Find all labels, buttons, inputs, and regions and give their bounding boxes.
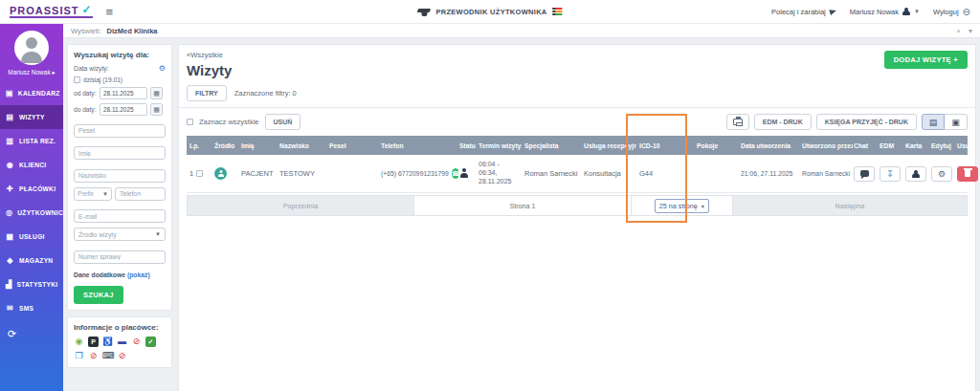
- pagination-prev-button[interactable]: Poprzednia: [188, 196, 413, 215]
- phone-input[interactable]: [115, 187, 166, 201]
- sidebar-item-statystyki[interactable]: ▟STATYSTYKI: [0, 272, 63, 296]
- user-guide-label: PRZEWODNIK UŻYTKOWNIKA: [435, 8, 546, 16]
- hamburger-menu-icon[interactable]: ≡: [106, 5, 114, 19]
- history-icon[interactable]: ⟳: [0, 320, 63, 348]
- clients-icon: ◉: [6, 161, 14, 169]
- sidebar-item-lista-rez[interactable]: ▥LISTA REZ.: [0, 129, 63, 153]
- from-date-calendar-icon[interactable]: ▦: [150, 87, 163, 99]
- chevron-down-icon: ▼: [914, 9, 920, 14]
- col-header-karta: Karta: [904, 141, 930, 151]
- user-menu[interactable]: Mariusz Nowak ▼: [850, 8, 920, 16]
- patient-card-icon: [912, 170, 920, 178]
- delete-row-button[interactable]: [957, 166, 978, 182]
- services-icon: ▦: [6, 232, 14, 241]
- logout-button[interactable]: Wyloguj ⊖: [933, 7, 970, 17]
- cell-data-utworzenia: 21:06, 27.11.2025: [738, 168, 799, 179]
- facility-info-title: Informacje o placówce:: [74, 323, 166, 332]
- today-checkbox-row[interactable]: dzisiaj (19.01): [74, 76, 166, 83]
- col-header-status: Status: [458, 141, 476, 151]
- prohibited-icon: ⊘: [131, 337, 142, 347]
- parking-icon: P: [88, 337, 99, 347]
- select-all-checkbox[interactable]: [187, 119, 193, 125]
- admission-book-print-button[interactable]: KSIĘGA PRZYJĘĆ - DRUK: [816, 114, 917, 130]
- location-pin-icon: ◉: [74, 337, 84, 347]
- pagination-next-button[interactable]: Następna: [733, 196, 967, 215]
- col-header-data-utworzenia: Data utworzenia: [738, 141, 799, 151]
- cell-specjalista: Roman Sarnecki: [522, 167, 581, 180]
- filters-button[interactable]: FILTRY: [187, 85, 227, 101]
- main-panel: DODAJ WIZYTĘ + «Wszystkie Wizyty FILTRY …: [178, 44, 976, 391]
- referral-link[interactable]: Polecaj i zarabiaj: [771, 8, 836, 16]
- sidebar-user-name[interactable]: Mariusz Nowak ▸: [8, 69, 56, 76]
- from-date-input[interactable]: [100, 87, 147, 99]
- facility-select-value[interactable]: DizMed Klinika: [107, 27, 158, 35]
- col-header-pokoje: Pokoje: [694, 141, 738, 151]
- prohibited-icon: ⊘: [117, 351, 127, 361]
- computer-icon: ⌨: [102, 351, 113, 361]
- statistics-icon: ▟: [6, 280, 11, 289]
- user-guide[interactable]: PRZEWODNIK UŻYTKOWNIKA: [417, 7, 562, 16]
- col-header-lp: Lp.: [187, 141, 212, 151]
- chevron-down-icon: ▾: [702, 203, 704, 209]
- sidebar-item-magazyn[interactable]: ◆MAGAZYN: [0, 249, 63, 272]
- top-bar: PROASSIST✓ ≡ PRZEWODNIK UŻYTKOWNIKA Pole…: [0, 0, 980, 24]
- download-icon: ↧: [886, 169, 894, 179]
- to-date-input[interactable]: [100, 103, 147, 116]
- col-header-telefon: Telefon: [378, 141, 458, 151]
- last-name-input[interactable]: [74, 169, 166, 183]
- today-checkbox[interactable]: [74, 76, 80, 83]
- facilities-icon: ✚: [6, 185, 14, 193]
- to-date-calendar-icon[interactable]: ▦: [150, 103, 163, 116]
- sidebar-item-kalendarz[interactable]: ▣KALENDARZ: [0, 81, 63, 105]
- search-button[interactable]: SZUKAJ: [74, 286, 123, 304]
- sidebar-item-uzytkownicy[interactable]: ◎UŻYTKOWNICY: [0, 201, 63, 225]
- proassist-logo: PROASSIST✓: [10, 5, 93, 18]
- view-bar: Wyświetl: DizMed Klinika × ▾: [63, 24, 980, 38]
- search-panel-title: Wyszukaj wizytę dla:: [74, 51, 166, 59]
- clear-facility-icon[interactable]: ×: [956, 27, 961, 35]
- whatsapp-icon[interactable]: ☎: [452, 168, 458, 179]
- patient-card-button[interactable]: [905, 166, 926, 182]
- row-checkbox[interactable]: [196, 170, 203, 177]
- sidebar-item-wizyty[interactable]: ▤WIZYTY: [0, 105, 63, 129]
- cell-usluga: Konsultacja: [581, 167, 636, 180]
- chat-button[interactable]: [854, 166, 875, 182]
- sidebar-item-klienci[interactable]: ◉KLIENCI: [0, 153, 63, 177]
- search-panel: Wyszukaj wizytę dla: Data wizyty: ⚙ dzis…: [67, 44, 172, 391]
- list-view-toggle[interactable]: ▤: [922, 114, 945, 130]
- edm-print-button[interactable]: EDM - DRUK: [754, 114, 812, 130]
- facility-dropdown-icon[interactable]: ▾: [969, 27, 972, 35]
- per-page-select[interactable]: 25 na stronę ▾: [655, 199, 709, 213]
- pesel-input[interactable]: [74, 124, 166, 138]
- sidebar-item-placowki[interactable]: ✚PŁACÓWKI: [0, 177, 63, 201]
- add-visit-button[interactable]: DODAJ WIZYTĘ +: [884, 51, 968, 69]
- visit-source-select[interactable]: Źródło wizyty▼: [74, 228, 166, 241]
- graduation-cap-icon: [417, 8, 430, 16]
- phone-prefix-select[interactable]: Prefix▼: [74, 187, 112, 201]
- first-name-input[interactable]: [74, 146, 166, 160]
- back-to-all-link[interactable]: «Wszystkie: [187, 51, 968, 59]
- cell-icd10: G44: [636, 167, 694, 180]
- col-header-specjalista: Specjalista: [522, 141, 581, 151]
- pagination: Poprzednia Strona 1 25 na stronę ▾ Nastę…: [187, 195, 968, 216]
- avatar[interactable]: [14, 31, 49, 65]
- edit-button[interactable]: ⚙: [931, 166, 952, 182]
- sidebar-item-sms[interactable]: ✉SMS: [0, 296, 63, 320]
- delete-selected-button[interactable]: USUŃ: [265, 114, 301, 130]
- edm-button[interactable]: ↧: [880, 166, 901, 182]
- reservation-list-icon: ▥: [6, 137, 14, 145]
- email-input[interactable]: [74, 209, 166, 223]
- col-header-pesel: Pesel: [326, 141, 378, 151]
- status-patient-icon[interactable]: [459, 168, 469, 178]
- extra-data-label: Dane dodatkowe: [74, 272, 125, 278]
- case-number-input[interactable]: [74, 250, 166, 264]
- extra-data-show-link[interactable]: (pokaż): [127, 272, 150, 278]
- calendar-view-toggle[interactable]: ▣: [945, 114, 968, 130]
- sidebar: Mariusz Nowak ▸ ▣KALENDARZ ▤WIZYTY ▥LIST…: [0, 24, 63, 391]
- visits-table: Lp. Źródło Imię Nazwisko Pesel Telefon S…: [187, 136, 968, 193]
- date-settings-gear-icon[interactable]: ⚙: [159, 64, 166, 73]
- sidebar-item-uslugi[interactable]: ▦USŁUGI: [0, 225, 63, 249]
- calendar-view-icon: ▣: [951, 118, 960, 127]
- print-button[interactable]: [726, 114, 749, 130]
- calendar-icon: ▣: [6, 89, 13, 98]
